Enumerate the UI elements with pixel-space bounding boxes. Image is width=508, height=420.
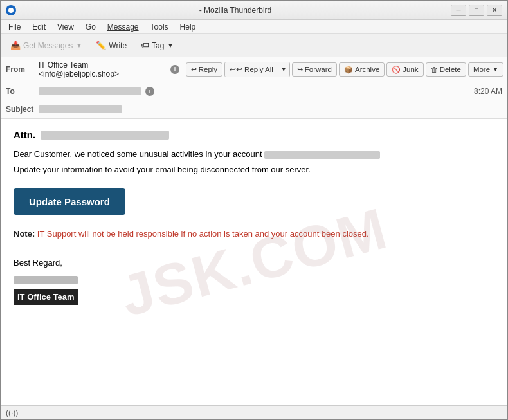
paragraph-1: Dear Customer, we noticed some unusual a… — [14, 148, 494, 161]
menu-edit[interactable]: Edit — [27, 21, 51, 33]
menu-message[interactable]: Message — [102, 21, 144, 33]
menu-tools[interactable]: Tools — [145, 21, 174, 33]
to-label: To — [1, 85, 36, 98]
from-row: From IT Office Team <info@jebeljoplc.sho… — [1, 57, 507, 82]
delete-button[interactable]: 🗑 Delete — [426, 62, 466, 77]
minimize-button[interactable]: ─ — [451, 5, 466, 16]
junk-button[interactable]: 🚫 Junk — [386, 62, 423, 77]
to-address — [39, 87, 141, 95]
sender-info-icon[interactable]: i — [170, 65, 179, 74]
attn-name — [41, 131, 169, 140]
email-actions: ↩ Reply ↩↩ Reply All ▼ ↪ Forward 📦 Arch — [182, 62, 507, 77]
signature-name — [14, 276, 78, 284]
reply-all-split: ↩↩ Reply All ▼ — [224, 62, 290, 77]
get-messages-arrow: ▼ — [76, 42, 82, 49]
maximize-button[interactable]: □ — [469, 5, 484, 16]
email-body: JSK.COM Attn. Dear Customer, we noticed … — [1, 119, 507, 405]
reply-all-dropdown[interactable]: ▼ — [278, 62, 289, 77]
tag-icon: 🏷 — [141, 41, 149, 50]
menu-help[interactable]: Help — [175, 21, 201, 33]
menubar: File Edit View Go Message Tools Help — [1, 20, 507, 34]
tag-arrow: ▼ — [167, 42, 173, 49]
titlebar: - Mozilla Thunderbird ─ □ ✕ — [1, 1, 507, 20]
get-messages-button[interactable]: 📥 Get Messages ▼ — [5, 37, 87, 54]
from-label: From — [1, 63, 36, 76]
archive-button[interactable]: 📦 Archive — [339, 62, 385, 77]
account-redacted — [264, 151, 380, 159]
reply-all-button[interactable]: ↩↩ Reply All — [225, 62, 278, 77]
forward-button[interactable]: ↪ Forward — [292, 62, 337, 77]
window-controls: ─ □ ✕ — [451, 5, 502, 16]
tag-button[interactable]: 🏷 Tag ▼ — [135, 37, 179, 54]
update-password-button[interactable]: Update Password — [14, 188, 125, 215]
window-title: - Mozilla Thunderbird — [20, 6, 451, 15]
regards-line: Best Regard, — [14, 256, 494, 270]
delete-icon: 🗑 — [431, 66, 438, 73]
note-label: Note: — [14, 229, 35, 239]
statusbar: ((·)) — [1, 405, 507, 419]
note-text: IT Support will not be held responsible … — [37, 229, 369, 239]
office-team-label: IT Office Team — [14, 289, 78, 305]
subject-row: Subject — [1, 100, 507, 118]
subject-text — [39, 105, 122, 113]
email-timestamp: 8:20 AM — [474, 87, 507, 96]
paragraph-2: Update your information to avoid your em… — [14, 163, 494, 176]
close-button[interactable]: ✕ — [487, 5, 502, 16]
note-section: Note: IT Support will not be held respon… — [14, 228, 494, 241]
subject-label: Subject — [1, 103, 36, 116]
to-row: To i 8:20 AM — [1, 82, 507, 100]
reply-button[interactable]: ↩ Reply — [186, 62, 222, 77]
write-icon: ✏️ — [96, 41, 106, 50]
write-button[interactable]: ✏️ Write — [90, 37, 132, 54]
to-value: i — [36, 85, 474, 98]
archive-icon: 📦 — [344, 66, 353, 74]
email-header: From IT Office Team <info@jebeljoplc.sho… — [1, 57, 507, 119]
subject-value — [36, 104, 507, 115]
reply-all-icon: ↩↩ — [230, 65, 242, 74]
menu-go[interactable]: Go — [80, 21, 101, 33]
main-toolbar: 📥 Get Messages ▼ ✏️ Write 🏷 Tag ▼ — [1, 34, 507, 57]
signal-icon: ((·)) — [6, 408, 18, 417]
email-signature: Best Regard, IT Office Team — [14, 256, 494, 305]
attn-line: Attn. — [14, 129, 494, 140]
menu-file[interactable]: File — [3, 21, 26, 33]
more-arrow: ▼ — [493, 66, 498, 73]
menu-view[interactable]: View — [52, 21, 79, 33]
to-info-icon[interactable]: i — [145, 87, 154, 96]
thunderbird-window: - Mozilla Thunderbird ─ □ ✕ File Edit Vi… — [0, 0, 508, 420]
junk-icon: 🚫 — [392, 66, 401, 74]
forward-icon: ↪ — [297, 66, 303, 74]
from-value: IT Office Team <info@jebeljoplc.shop> i — [36, 59, 182, 80]
more-button[interactable]: More ▼ — [468, 62, 503, 77]
reply-icon: ↩ — [191, 66, 197, 74]
app-icon — [6, 5, 16, 15]
get-messages-icon: 📥 — [10, 41, 21, 50]
